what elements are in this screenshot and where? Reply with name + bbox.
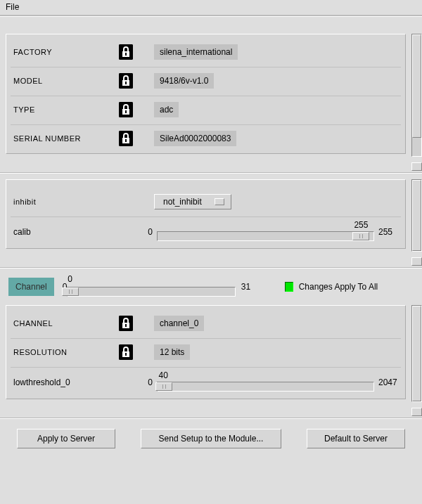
label-resolution: RESOLUTION: [13, 348, 119, 356]
lowthreshold-slider[interactable]: [157, 382, 374, 392]
channel-detail-panel: CHANNEL channel_0 RESOLUTION 12 bits low…: [0, 301, 422, 406]
controls-field-group: inhibit not_inhibit calib 0 255 255: [6, 179, 406, 249]
controls-scrollbar[interactable]: [411, 179, 422, 252]
separator: [0, 267, 422, 269]
value-model: 9418/6v-v1.0: [154, 73, 214, 89]
lock-icon: [119, 73, 133, 89]
apply-to-server-button[interactable]: Apply to Server: [17, 429, 115, 448]
identity-panel: FACTORY silena_international MODEL 9418/…: [0, 30, 422, 161]
resize-grip-icon[interactable]: [411, 162, 422, 171]
resize-grip-icon[interactable]: [411, 257, 422, 266]
lowthreshold-max: 2047: [374, 377, 398, 387]
label-model: MODEL: [13, 77, 119, 85]
separator: [0, 172, 422, 174]
lowthreshold-value-tag: 40: [159, 370, 168, 380]
lock-icon: [119, 131, 133, 146]
controls-panel: inhibit not_inhibit calib 0 255 255: [0, 175, 422, 256]
calib-max: 255: [374, 227, 398, 237]
inhibit-dropdown[interactable]: not_inhibit: [154, 194, 231, 209]
row-inhibit: inhibit not_inhibit: [11, 188, 401, 217]
label-inhibit: inhibit: [13, 198, 154, 206]
channel-detail-field-group: CHANNEL channel_0 RESOLUTION 12 bits low…: [6, 305, 406, 399]
identity-field-group: FACTORY silena_international MODEL 9418/…: [6, 34, 406, 154]
lock-icon: [119, 344, 133, 360]
label-factory: FACTORY: [13, 48, 119, 56]
lock-icon: [119, 44, 133, 60]
row-resolution: RESOLUTION 12 bits: [11, 339, 401, 368]
value-serial: SileAd0002000083: [154, 131, 236, 146]
row-factory: FACTORY silena_international: [11, 39, 401, 67]
label-serial: SERIAL NUMBER: [13, 134, 119, 143]
scrollbar-thumb[interactable]: [412, 34, 421, 138]
lock-icon: [119, 102, 133, 117]
label-calib: calib: [13, 227, 147, 237]
value-channel: channel_0: [154, 316, 204, 331]
label-channel: CHANNEL: [13, 319, 119, 328]
channel-slider[interactable]: [67, 287, 236, 297]
inhibit-value: not_inhibit: [163, 197, 202, 207]
row-channel: CHANNEL channel_0: [11, 310, 401, 339]
dropdown-arrow-icon: [215, 198, 224, 205]
menubar: File: [0, 0, 422, 15]
apply-all-label: Changes Apply To All: [299, 282, 378, 292]
separator: [0, 418, 422, 419]
value-type: adc: [154, 102, 179, 117]
row-type: TYPE adc: [11, 96, 401, 125]
channel-chip[interactable]: Channel: [8, 278, 54, 296]
value-factory: silena_international: [154, 44, 238, 60]
resize-grip-icon[interactable]: [411, 408, 422, 416]
button-bar: Apply to Server Send Setup to the Module…: [0, 420, 422, 451]
default-to-server-button[interactable]: Default to Server: [307, 429, 405, 448]
scrollbar-thumb[interactable]: [412, 180, 421, 251]
row-lowthreshold: lowthreshold_0 0 40 2047: [11, 368, 401, 399]
slider-thumb[interactable]: [352, 232, 369, 240]
row-model: MODEL 9418/6v-v1.0: [11, 67, 401, 96]
channel-detail-scrollbar[interactable]: [411, 305, 422, 402]
lock-icon: [119, 316, 133, 331]
row-calib: calib 0 255 255: [11, 217, 401, 248]
channel-selector: Channel 0 0 31 Changes Apply To All: [0, 270, 422, 301]
slider-thumb[interactable]: [155, 382, 172, 391]
scrollbar-thumb[interactable]: [412, 306, 421, 401]
calib-min: 0: [147, 227, 157, 237]
row-serial: SERIAL NUMBER SileAd0002000083: [11, 125, 401, 153]
calib-value-tag: 255: [354, 220, 368, 230]
calib-slider[interactable]: [157, 231, 374, 241]
send-setup-button[interactable]: Send Setup to the Module...: [141, 429, 281, 448]
channel-value-tag: 0: [68, 274, 72, 284]
value-resolution: 12 bits: [154, 344, 190, 360]
identity-scrollbar[interactable]: [411, 34, 422, 157]
menu-file[interactable]: File: [6, 2, 19, 12]
slider-thumb[interactable]: [62, 287, 79, 296]
label-lowthreshold: lowthreshold_0: [13, 377, 147, 387]
channel-slider-max: 31: [236, 282, 257, 292]
label-type: TYPE: [13, 105, 119, 114]
apply-all-led-icon[interactable]: [285, 282, 293, 292]
